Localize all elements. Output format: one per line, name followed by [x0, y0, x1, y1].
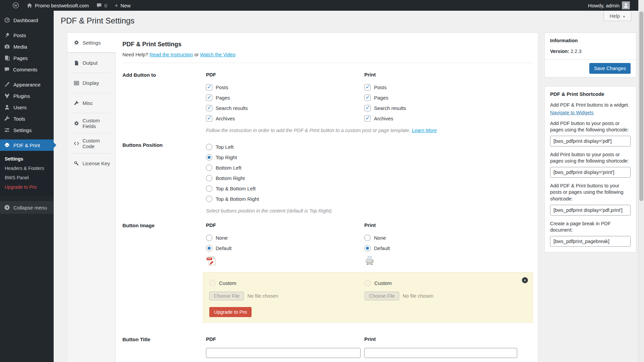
site-name: Promo bestwebsoft.com: [35, 3, 89, 8]
submenu-settings[interactable]: Settings: [0, 154, 54, 164]
position-top-bottom-right-radio-row[interactable]: Top & Bottom Right: [206, 194, 364, 204]
checkbox-checked[interactable]: [364, 84, 371, 90]
checkbox-checked[interactable]: [206, 115, 212, 122]
watch-video-link[interactable]: Watch the Video: [200, 52, 235, 57]
submenu-bws-panel[interactable]: BWS Panel: [0, 173, 54, 182]
comments-bubble[interactable]: 0: [93, 0, 111, 11]
sidebar-item-appearance[interactable]: Appearance: [0, 79, 54, 90]
sidebar-item-settings[interactable]: Settings: [0, 124, 54, 136]
print-posts-checkbox-row[interactable]: Posts: [364, 82, 533, 93]
radio-unselected[interactable]: [206, 165, 212, 171]
shortcode-print-input[interactable]: [550, 167, 631, 178]
print-pages-checkbox-row[interactable]: Pages: [364, 93, 533, 103]
radio-unselected[interactable]: [206, 185, 212, 192]
pdf-pages-checkbox-row[interactable]: Pages: [206, 93, 364, 103]
tab-misc[interactable]: Misc: [67, 93, 115, 113]
radio-selected[interactable]: [364, 245, 371, 251]
print-button-title-input[interactable]: [364, 348, 517, 358]
pdf-image-default-radio-row[interactable]: Default: [206, 243, 364, 253]
sidebar-item-posts[interactable]: Posts: [0, 29, 54, 41]
tab-display[interactable]: Display: [67, 73, 115, 93]
pdf-image-none-radio-row[interactable]: None: [206, 233, 364, 243]
checkbox-checked[interactable]: [206, 95, 212, 101]
print-custom-file-row: Choose File No file chosen: [365, 291, 527, 301]
tab-settings[interactable]: Settings: [67, 33, 116, 53]
site-name-link[interactable]: Promo bestwebsoft.com: [23, 0, 93, 11]
shortcode-pdf-input[interactable]: [550, 136, 631, 146]
print-search-results-checkbox-row[interactable]: Search results: [364, 103, 533, 113]
option-label: Pages: [216, 95, 230, 101]
position-top-bottom-left-radio-row[interactable]: Top & Bottom Left: [206, 183, 364, 194]
option-label: Posts: [374, 84, 387, 90]
sidebar-item-media[interactable]: Media: [0, 41, 54, 52]
sidebar-item-users[interactable]: Users: [0, 102, 54, 113]
radio-selected[interactable]: [206, 245, 212, 251]
sidebar-item-pages[interactable]: Pages: [0, 52, 54, 64]
sidebar-item-dashboard[interactable]: Dashboard: [0, 14, 54, 26]
checkbox-checked[interactable]: [364, 105, 371, 111]
sidebar-item-pdf-print[interactable]: PDF & Print: [0, 139, 54, 151]
option-label: Search results: [216, 105, 248, 111]
submenu-headers-footers[interactable]: Headers & Footers: [0, 164, 54, 173]
checkbox-checked[interactable]: [364, 95, 371, 101]
scrollbar-thumb[interactable]: [639, 11, 643, 201]
print-column-header: Print: [364, 336, 533, 342]
checkbox-checked[interactable]: [206, 84, 212, 90]
radio-unselected[interactable]: [364, 235, 371, 241]
sidebar-item-tools[interactable]: Tools: [0, 113, 54, 124]
read-instruction-link[interactable]: Read the Instruction: [150, 52, 193, 57]
submenu-upgrade-to-pro[interactable]: Upgrade to Pro: [0, 182, 54, 192]
checkbox-checked[interactable]: [364, 115, 371, 122]
collapse-arrow-icon: [4, 204, 10, 210]
radio-unselected[interactable]: [206, 175, 212, 181]
radio-unselected[interactable]: [206, 144, 212, 150]
sidebar-item-comments[interactable]: Comments: [0, 64, 54, 75]
need-help-prefix: Need Help?: [122, 52, 148, 57]
option-label: Pages: [374, 95, 388, 101]
pdf-image-custom-radio-row[interactable]: Custom: [209, 278, 365, 288]
checkbox-checked[interactable]: [206, 105, 212, 111]
position-bottom-left-radio-row[interactable]: Bottom Left: [206, 163, 364, 173]
print-image-none-radio-row[interactable]: None: [364, 233, 533, 243]
save-changes-button[interactable]: Save Changes: [589, 63, 631, 74]
learn-more-link[interactable]: Learn More: [412, 128, 437, 133]
position-bottom-right-radio-row[interactable]: Bottom Right: [206, 173, 364, 183]
position-top-left-radio-row[interactable]: Top Left: [206, 142, 364, 152]
list-icon: [74, 80, 79, 86]
print-image-custom-radio-row[interactable]: Custom: [365, 278, 527, 288]
print-archives-checkbox-row[interactable]: Archives: [364, 113, 533, 124]
upgrade-to-pro-button[interactable]: Upgrade to Pro: [209, 307, 252, 317]
option-label: None: [374, 235, 386, 241]
field-label: Button Image: [122, 222, 206, 267]
help-tab[interactable]: Help: [604, 11, 631, 21]
radio-unselected[interactable]: [206, 235, 212, 241]
close-icon[interactable]: [522, 277, 528, 283]
instruction-note: Follow the instruction in order to add t…: [206, 128, 533, 133]
position-top-right-radio-row[interactable]: Top Right: [206, 152, 364, 163]
shortcode-pdf-print-input[interactable]: [550, 205, 631, 216]
tab-custom-fields[interactable]: Custom Fields: [67, 113, 115, 133]
new-content-button[interactable]: New: [111, 0, 134, 11]
choose-file-button[interactable]: Choose File: [209, 292, 244, 300]
wordpress-logo-icon[interactable]: W: [9, 0, 23, 11]
sidebar-item-plugins[interactable]: Plugins: [0, 90, 54, 102]
navigate-to-widgets-link[interactable]: Navigate to Widgets: [550, 110, 594, 115]
collapse-menu-button[interactable]: Collapse menu: [0, 201, 54, 214]
tab-license-key[interactable]: License Key: [67, 154, 115, 173]
tab-label: Misc: [83, 100, 93, 106]
pdf-search-results-checkbox-row[interactable]: Search results: [206, 103, 364, 113]
radio-selected[interactable]: [206, 154, 212, 161]
right-sidebar: Information Version: 2.2.3 Save Changes …: [544, 33, 636, 252]
tab-custom-code[interactable]: Custom Code: [67, 133, 115, 153]
howdy-account-menu[interactable]: Howdy, admin: [584, 0, 634, 11]
shortcode-pagebreak-input[interactable]: [550, 236, 631, 247]
choose-file-button[interactable]: Choose File: [365, 292, 399, 300]
pdf-posts-checkbox-row[interactable]: Posts: [206, 82, 364, 93]
pdf-archives-checkbox-row[interactable]: Archives: [206, 113, 364, 124]
version-value: 2.2.3: [571, 49, 581, 54]
tab-output[interactable]: Output: [67, 53, 115, 73]
scrollbar-track[interactable]: [638, 0, 644, 362]
radio-unselected[interactable]: [206, 196, 212, 202]
pdf-button-title-input[interactable]: [206, 348, 361, 358]
print-image-default-radio-row[interactable]: Default: [364, 243, 533, 253]
